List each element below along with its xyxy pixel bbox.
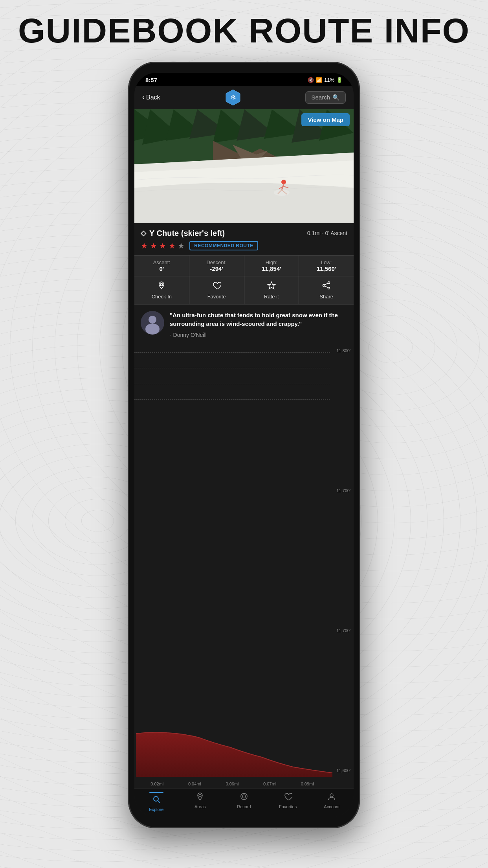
svg-point-25 (328, 281, 330, 283)
recommended-badge: RECOMMENDED ROUTE (189, 241, 258, 250)
wifi-icon: 📶 (316, 77, 322, 83)
favorite-label: Favorite (207, 294, 226, 300)
hero-image: View on Map (134, 109, 354, 223)
mute-icon: 🔇 (308, 77, 314, 83)
search-icon: 🔍 (332, 94, 340, 101)
check-in-icon (157, 281, 166, 292)
stat-ascent-value: 0' (134, 265, 189, 272)
stat-high: High: 11,854' (244, 256, 299, 276)
tab-record-label: Record (237, 804, 251, 809)
review-quote: "An ultra-fun chute that tends to hold g… (170, 311, 347, 329)
chart-dist-3: 0.07mi (263, 782, 276, 786)
svg-point-36 (242, 795, 246, 798)
svg-text:❄: ❄ (230, 94, 236, 101)
tab-account[interactable]: Account (310, 792, 354, 812)
svg-line-28 (325, 286, 328, 287)
page-title: GUIDEBOOK ROUTE INFO (18, 12, 470, 50)
status-time: 8:57 (145, 77, 157, 83)
favorite-button[interactable]: Favorite (189, 276, 244, 304)
phone-wrapper: 8:57 🔇 📶 11% 🔋 ‹ Back ❄ Search (128, 62, 360, 828)
svg-point-27 (328, 287, 330, 289)
star-1: ★ (141, 241, 148, 250)
star-2: ★ (150, 241, 157, 250)
back-chevron-icon: ‹ (142, 93, 145, 101)
route-info: ◇ Y Chute (skier's left) 0.1mi · 0' Asce… (134, 223, 354, 276)
status-icons: 🔇 📶 11% 🔋 (308, 77, 343, 83)
review-section: "An ultra-fun chute that tends to hold g… (134, 304, 354, 344)
stat-high-label: High: (244, 259, 299, 265)
tab-areas-label: Areas (194, 804, 206, 809)
svg-point-35 (241, 793, 247, 800)
star-rating: ★ ★ ★ ★ ★ (141, 241, 185, 250)
tab-record[interactable]: Record (222, 792, 266, 812)
favorite-icon (212, 281, 221, 292)
app-logo: ❄ (224, 89, 242, 106)
chart-line-3 (134, 384, 330, 384)
tab-explore-icon (152, 795, 161, 806)
stat-descent-value: -294' (189, 265, 244, 272)
route-name: Y Chute (skier's left) (149, 229, 225, 238)
view-on-map-button[interactable]: View on Map (301, 113, 350, 126)
chart-line-4 (134, 399, 330, 400)
stat-low-value: 11,560' (299, 265, 354, 272)
rate-it-icon (267, 281, 276, 292)
rating-row: ★ ★ ★ ★ ★ RECOMMENDED ROUTE (141, 241, 347, 250)
tab-explore[interactable]: Explore (134, 792, 178, 812)
tab-explore-active-bar (149, 792, 163, 793)
svg-point-37 (330, 794, 333, 797)
chart-dist-4: 0.09mi (301, 782, 314, 786)
chart-label-2: 11,700' (336, 488, 350, 493)
chart-label-4: 11,600' (336, 768, 350, 773)
svg-point-34 (199, 794, 201, 797)
svg-marker-24 (268, 282, 275, 289)
stat-low: Low: 11,560' (299, 256, 354, 276)
stat-high-value: 11,854' (244, 265, 299, 272)
share-button[interactable]: Share (299, 276, 354, 304)
stat-ascent: Ascent: 0' (134, 256, 189, 276)
chart-label-1: 11,800' (336, 348, 350, 353)
tab-favorites[interactable]: Favorites (266, 792, 310, 812)
battery-level: 11% (324, 77, 334, 83)
svg-line-29 (325, 283, 328, 285)
route-distance: 0.1mi · 0' Ascent (307, 230, 347, 236)
check-in-label: Check In (152, 294, 172, 300)
tab-favorites-label: Favorites (279, 804, 297, 809)
tab-account-icon (327, 792, 336, 803)
svg-point-31 (145, 324, 160, 335)
star-3: ★ (159, 241, 166, 250)
tab-areas[interactable]: Areas (178, 792, 222, 812)
stat-low-label: Low: (299, 259, 354, 265)
star-5: ★ (178, 241, 185, 250)
rate-it-button[interactable]: Rate it (244, 276, 299, 304)
route-title: ◇ Y Chute (skier's left) (141, 229, 225, 238)
battery-icon: 🔋 (336, 77, 343, 83)
svg-point-23 (160, 283, 163, 286)
reviewer-avatar (141, 311, 164, 335)
elevation-chart: 11,800' 11,700' 11,700' 11,600' 0.02mi 0… (134, 344, 354, 789)
stat-descent-label: Descent: (189, 259, 244, 265)
svg-line-33 (158, 800, 160, 803)
check-in-button[interactable]: Check In (134, 276, 189, 304)
route-title-row: ◇ Y Chute (skier's left) 0.1mi · 0' Asce… (141, 229, 347, 238)
phone-screen: 8:57 🔇 📶 11% 🔋 ‹ Back ❄ Search (134, 73, 354, 817)
reviewer-name: - Donny O'Neill (170, 332, 347, 338)
chart-line-1 (134, 352, 330, 353)
share-icon (322, 281, 331, 292)
chart-labels-bottom: 0.02mi 0.04mi 0.06mi 0.07mi 0.09mi (134, 782, 330, 786)
chart-dist-1: 0.04mi (188, 782, 201, 786)
rate-it-label: Rate it (264, 294, 279, 300)
search-button[interactable]: Search 🔍 (305, 91, 346, 104)
chart-line-2 (134, 368, 330, 368)
svg-point-26 (323, 284, 325, 286)
svg-point-30 (149, 316, 156, 324)
tab-explore-label: Explore (149, 807, 163, 812)
chart-dist-2: 0.06mi (226, 782, 238, 786)
back-button[interactable]: ‹ Back (142, 93, 160, 101)
tab-areas-icon (196, 792, 204, 803)
search-label: Search (311, 94, 330, 101)
stat-descent: Descent: -294' (189, 256, 244, 276)
tab-favorites-icon (284, 792, 292, 803)
share-label: Share (319, 294, 333, 300)
diamond-icon: ◇ (141, 229, 146, 237)
back-label: Back (146, 94, 160, 101)
